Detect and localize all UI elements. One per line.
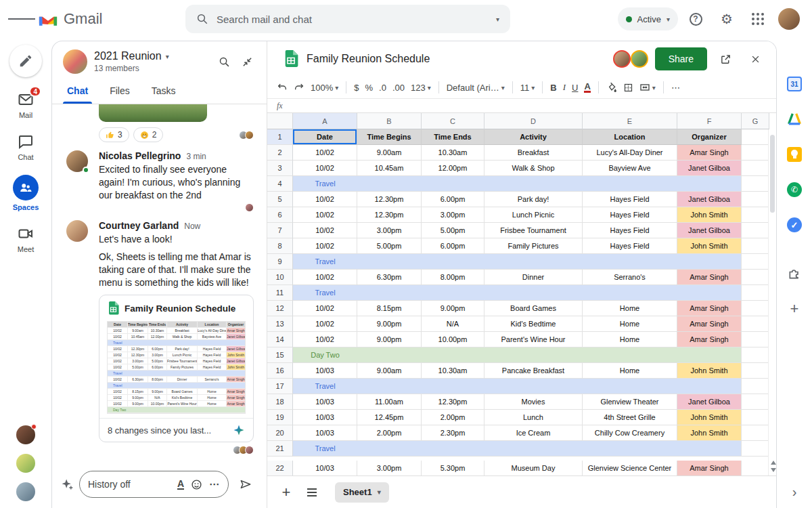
collapse-panel-button[interactable] [235, 50, 258, 73]
cell-G[interactable] [742, 425, 769, 441]
cell-B14[interactable]: 9.00pm [357, 332, 422, 347]
cell-B7[interactable]: 3.00pm [357, 223, 422, 238]
increase-decimals-button[interactable]: .00 [392, 83, 405, 93]
row-number-20[interactable]: 20 [267, 425, 293, 441]
cell-D5[interactable]: Park day! [484, 192, 583, 207]
merged-band-cell[interactable]: Travel [293, 285, 742, 301]
number-format-selector[interactable]: 123▾ [411, 83, 431, 93]
font-size-selector[interactable]: 11▾ [520, 83, 535, 93]
row-number-13[interactable]: 13 [267, 316, 293, 332]
cell-E18[interactable]: Glenview Theater [583, 394, 677, 410]
cell-G[interactable] [742, 347, 769, 363]
keep-button[interactable] [786, 146, 803, 163]
cell-E3[interactable]: Bayview Ave [583, 161, 677, 176]
compose-button[interactable] [9, 45, 42, 77]
cell-F5[interactable]: Janet Gilboa [677, 192, 742, 207]
cell-D13[interactable]: Kid's Bedtime [484, 316, 583, 332]
cell-A10[interactable]: 10/02 [293, 270, 357, 285]
sender-avatar[interactable] [66, 150, 88, 172]
tasks-button[interactable]: ✓ [786, 217, 803, 233]
cell-C5[interactable]: 6.00pm [422, 192, 484, 207]
cell-B13[interactable]: 9.00pm [357, 316, 422, 332]
cell-G[interactable] [742, 223, 769, 238]
decrease-decimals-button[interactable]: .0 [379, 83, 386, 93]
sender-avatar[interactable] [66, 220, 88, 242]
cell-F12[interactable]: Amar Singh [677, 301, 742, 316]
cell-A22[interactable]: 10/03 [293, 461, 357, 475]
column-header-G[interactable]: G [742, 113, 769, 129]
cell-E14[interactable]: Home [583, 332, 677, 347]
send-button[interactable] [234, 473, 257, 496]
cell-B6[interactable]: 12.30pm [357, 207, 422, 223]
vertical-scrollbar[interactable] [768, 129, 776, 475]
text-color-button[interactable]: A [584, 83, 590, 93]
cell-F14[interactable]: Amar Singh [677, 332, 742, 347]
sidebar-item-meet[interactable]: Meet [13, 225, 39, 253]
reaction-chip[interactable]: 2 [133, 127, 164, 142]
tab-files[interactable]: Files [99, 79, 141, 104]
cell-G[interactable] [742, 316, 769, 332]
cell-A3[interactable]: 10/02 [293, 161, 357, 176]
cell-A19[interactable]: 10/03 [293, 410, 357, 425]
row-number-22[interactable]: 22 [267, 461, 293, 475]
cell-D18[interactable]: Movies [484, 394, 583, 410]
cell-D8[interactable]: Family Pictures [484, 238, 583, 254]
scroll-up-arrow-icon[interactable] [771, 461, 776, 465]
cell-E22[interactable]: Glenview Science Center [583, 461, 677, 475]
cell-E10[interactable]: Serrano's [583, 270, 677, 285]
cell-F8[interactable]: John Smith [677, 238, 742, 254]
cell-E19[interactable]: 4th Street Grille [583, 410, 677, 425]
drive-button[interactable] [786, 111, 803, 127]
sidebar-item-mail[interactable]: 4 Mail [13, 91, 39, 119]
account-button[interactable] [775, 5, 803, 33]
cell-C14[interactable]: 10.00pm [422, 332, 484, 347]
google-apps-button[interactable] [744, 5, 771, 33]
column-header-D[interactable]: D [484, 113, 583, 129]
open-in-new-button[interactable] [714, 47, 737, 70]
cell-B18[interactable]: 11.00am [357, 394, 422, 410]
reaction-chip[interactable]: 3 [99, 127, 129, 142]
cell-B3[interactable]: 10.45am [357, 161, 422, 176]
row-number-12[interactable]: 12 [267, 301, 293, 316]
gemini-sparkle-icon[interactable] [60, 478, 74, 491]
column-header-F[interactable]: F [677, 113, 742, 129]
cell-F6[interactable]: John Smith [677, 207, 742, 223]
cell-C1[interactable]: Time Ends [422, 129, 484, 145]
cell-B12[interactable]: 8.15pm [357, 301, 422, 316]
row-number-9[interactable]: 9 [267, 254, 293, 270]
sheet-tab-sheet1[interactable]: Sheet1▾ [335, 482, 389, 503]
cell-E20[interactable]: Chilly Cow Creamery [583, 425, 677, 441]
cell-A14[interactable]: 10/02 [293, 332, 357, 347]
file-card[interactable]: Family Reunion Schedule DateTime BeginsT… [99, 295, 254, 442]
row-number-8[interactable]: 8 [267, 238, 293, 254]
cell-D1[interactable]: Activity [484, 129, 583, 145]
cell-G[interactable] [742, 461, 769, 475]
cell-C8[interactable]: 6.00pm [422, 238, 484, 254]
cell-F3[interactable]: Janet Gilboa [677, 161, 742, 176]
column-header-B[interactable]: B [357, 113, 422, 129]
row-number-21[interactable]: 21 [267, 441, 293, 457]
format-percent-button[interactable]: % [365, 83, 374, 93]
cell-G[interactable] [742, 161, 769, 176]
cell-B22[interactable]: 3.00pm [357, 461, 422, 475]
cell-A5[interactable]: 10/02 [293, 192, 357, 207]
cell-F2[interactable]: Amar Singh [677, 145, 742, 161]
scroll-down-arrow-icon[interactable] [771, 468, 776, 472]
cell-G[interactable] [742, 394, 769, 410]
cell-A13[interactable]: 10/02 [293, 316, 357, 332]
cell-D7[interactable]: Frisbee Tournament [484, 223, 583, 238]
cell-G[interactable] [742, 207, 769, 223]
column-header-A[interactable]: A [293, 113, 357, 129]
cell-D10[interactable]: Dinner [484, 270, 583, 285]
cell-D3[interactable]: Walk & Shop [484, 161, 583, 176]
cell-E13[interactable]: Home [583, 316, 677, 332]
cell-G[interactable] [742, 363, 769, 379]
cell-D22[interactable]: Museum Day [484, 461, 583, 475]
add-sheet-button[interactable]: + [275, 484, 297, 501]
space-avatar[interactable] [63, 49, 87, 74]
text-format-icon[interactable]: A [177, 479, 184, 490]
cell-D19[interactable]: Lunch [484, 410, 583, 425]
cell-A2[interactable]: 10/02 [293, 145, 357, 161]
cell-F20[interactable]: John Smith [677, 425, 742, 441]
search-options-chevron-icon[interactable]: ▾ [496, 16, 499, 23]
